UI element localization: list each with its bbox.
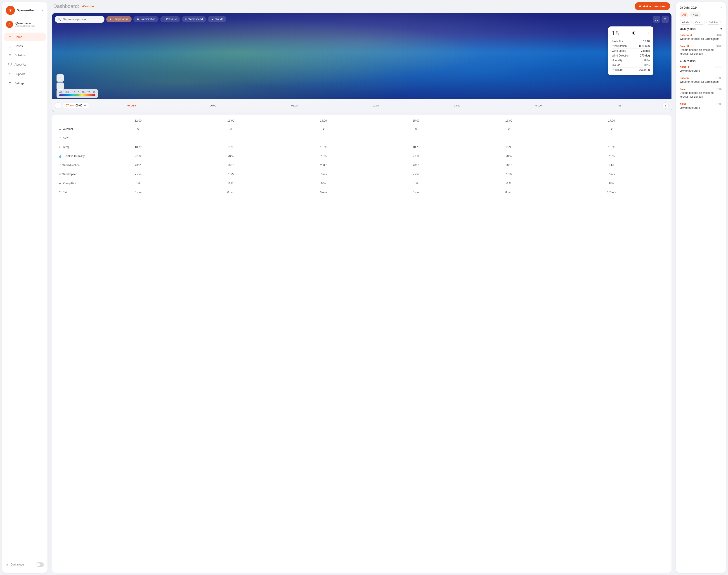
tab-label: Wind speed: [188, 18, 203, 21]
popup-label: Clouds: [612, 64, 620, 67]
timeline-tick[interactable]: 01:00: [254, 104, 335, 107]
popup-row-clouds: Clouds 70 %: [612, 63, 650, 68]
map-zoom-controls: + −: [57, 74, 64, 90]
tab-all[interactable]: All: [680, 12, 688, 18]
table-cell: 7 m/s: [462, 170, 555, 179]
legend-label: 20: [88, 91, 90, 94]
table-cell: 0 mm: [92, 188, 185, 197]
row-icon: ⇄: [58, 163, 61, 167]
map-icons: ⛶ ⊘: [653, 15, 669, 23]
logo-text: OpenWeather: [17, 9, 34, 12]
table-cell: 78 %: [462, 151, 555, 161]
filter-allerts[interactable]: Allerts: [680, 20, 692, 25]
date-label[interactable]: 07 July 2024: [680, 59, 722, 62]
list-item[interactable]: Allert07:18Low temperature: [680, 64, 722, 75]
table-cell: 0 %: [185, 179, 277, 188]
popup-row-pressure: Pressure 1018hPa: [612, 68, 650, 72]
table-row: ≋Wind Speed7 m/s7 m/s7 m/s7 m/s7 m/s7 m/…: [56, 170, 668, 179]
table-cell: 0 mm: [462, 188, 555, 197]
map-search-input[interactable]: [55, 16, 104, 23]
legend-label: 10: [82, 91, 85, 94]
col-header-1200: 12:00: [92, 118, 185, 125]
panel-collapse-icon[interactable]: «: [721, 6, 722, 9]
panel-header: 08 July, 2024 «: [680, 6, 722, 9]
list-item[interactable]: Case08:00Update needed on weekend foreca…: [680, 43, 722, 58]
legend-label: -40: [59, 91, 62, 94]
timeline-tick[interactable]: 02:00: [335, 104, 417, 107]
timeline-tick[interactable]: 03:00: [417, 104, 498, 107]
timeline-tick[interactable]: 05: [579, 104, 661, 107]
table-cell: –: [370, 134, 463, 143]
row-label-text: Wind Speed: [62, 173, 77, 176]
sidebar-collapse-icon[interactable]: «: [42, 9, 44, 12]
table-cell: 7 m/s: [92, 170, 185, 179]
sidebar-item-bulletins[interactable]: ≡ Bulletins: [4, 51, 46, 60]
feed-dot: [687, 45, 689, 47]
search-icon: 🔍: [58, 18, 61, 21]
location-chevron-icon[interactable]: ⌄: [97, 4, 99, 8]
sidebar-item-label: Bulletins: [14, 54, 26, 57]
feed-type-label: Allert: [680, 66, 686, 68]
map-toolbar: 🔍 🌡 Temperature 🌧 Precipitation ↕ Pressu…: [55, 15, 669, 23]
filter-cases[interactable]: Cases: [693, 20, 705, 25]
username: @username: [15, 22, 35, 25]
sidebar-item-settings[interactable]: ⚙ Setings: [4, 79, 46, 88]
sidebar-item-about[interactable]: ⓘ About As: [4, 60, 46, 69]
popup-collapse-icon[interactable]: ∧: [648, 32, 650, 35]
table-row: ⇄Wind direction280 °280 °280 °280 °280 °…: [56, 161, 668, 170]
tab-windspeed[interactable]: ≋ Wind speed: [182, 16, 206, 22]
timeline-tick[interactable]: 00:00: [172, 104, 254, 107]
table-cell: 280 °: [92, 161, 185, 170]
row-label-text: Precip Prob: [63, 182, 77, 185]
list-item[interactable]: Allert07:00Low temperature: [680, 101, 722, 112]
timeline-prev-button[interactable]: ‹: [55, 102, 61, 109]
legend-labels: -40 -20 -10 0 10 20 40: [59, 91, 95, 94]
tab-new[interactable]: New: [690, 12, 701, 18]
feed-text: Low temperature: [680, 69, 722, 73]
list-item[interactable]: Case07:07Update needed on weekend foreca…: [680, 86, 722, 101]
legend-label: -20: [65, 91, 68, 94]
user-email: examle@email.com: [15, 25, 35, 27]
tab-precipitation[interactable]: 🌧 Precipitation: [133, 16, 159, 22]
sidebar-item-support[interactable]: ⊙ Support: [4, 70, 46, 78]
table-row: ☁Weather☀☀☀☀☀☀: [56, 125, 668, 134]
sidebar-item-home[interactable]: ⌂ Home: [4, 33, 46, 41]
timeline-next-button[interactable]: ›: [662, 102, 669, 109]
zoom-out-button[interactable]: −: [57, 82, 64, 90]
popup-row-precipitation: Precipitation 0.18 mm: [612, 44, 650, 48]
tab-clouds[interactable]: ☁ Clouds: [208, 16, 226, 22]
dashboard-location[interactable]: Westmin: [82, 4, 94, 8]
tab-label: Precipitation: [140, 18, 155, 21]
timeline-tick[interactable]: 04:00: [498, 104, 579, 107]
settings-icon: ⚙: [8, 81, 12, 86]
filter-bulletins[interactable]: Bulletins: [706, 20, 721, 25]
table-cell: 0 mm: [370, 188, 463, 197]
table-cell: 280 °: [277, 161, 370, 170]
table-cell: –: [92, 134, 185, 143]
sidebar-logo: ☀ OpenWeather «: [2, 6, 47, 19]
list-item[interactable]: Bulletin08:07Weather forecast for Birmin…: [680, 32, 722, 43]
reset-button[interactable]: ⊘: [662, 15, 669, 23]
tab-pressure[interactable]: ↕ Pressure: [160, 16, 180, 22]
ask-questions-button[interactable]: ✏ Ask a questions: [635, 2, 670, 10]
timeline-time: 00:00: [75, 104, 82, 107]
dark-mode-row: ☼ Dark mode: [2, 560, 47, 569]
zoom-in-button[interactable]: +: [57, 74, 64, 81]
legend-bar: [59, 94, 95, 96]
feed-time: 08:00: [716, 45, 722, 47]
fullscreen-button[interactable]: ⛶: [653, 15, 660, 23]
list-item[interactable]: Bulletin07:08Weather forecast for Birmin…: [680, 75, 722, 86]
table-cell: 18 ℃: [555, 143, 668, 151]
dark-mode-toggle[interactable]: [36, 562, 44, 567]
table-cell: 8 %: [555, 179, 668, 188]
table-cell: ☀: [555, 125, 668, 134]
date-label[interactable]: 08 July 2024∨: [680, 27, 722, 31]
timeline-tick[interactable]: 07 July: [91, 104, 172, 107]
feed-text: Low temperature: [680, 106, 722, 110]
hourly-table: 12:00 13:00 14:00 15:00 16:00 17:00 ☁Wea…: [56, 118, 668, 197]
table-cell: 78 %: [370, 151, 463, 161]
sidebar-item-cases[interactable]: ⊡ Cases: [4, 42, 46, 50]
tab-temperature[interactable]: 🌡 Temperature: [106, 16, 132, 22]
feed-time: 07:07: [716, 88, 722, 91]
popup-header: 18 ☀ ∧: [612, 30, 650, 37]
